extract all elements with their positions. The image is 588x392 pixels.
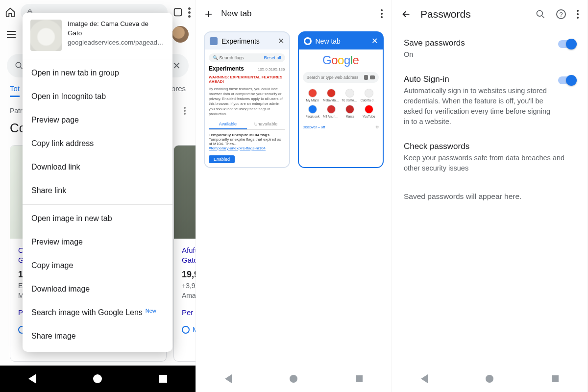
context-menu-header: Imatge de: Cama Cueva de Gato googleadse… — [23, 13, 172, 57]
more-data-button[interactable]: Més dades — [182, 325, 196, 334]
help-icon[interactable]: ? — [556, 9, 566, 19]
row-sub: Keep your passwords safe from data breac… — [404, 153, 576, 173]
ctx-open-incognito[interactable]: Open in Incognito tab — [23, 85, 172, 108]
shortcut: Malavida: D… — [322, 89, 340, 102]
clear-search-icon[interactable]: ✕ — [172, 60, 181, 72]
nav-home-icon[interactable] — [290, 375, 297, 383]
tab-preview: Google Search or type web address My Map… — [299, 49, 383, 167]
ctx-download-image[interactable]: Download image — [23, 277, 172, 301]
new-badge: New — [146, 308, 156, 314]
empty-state-text: Saved passwords will appear here. — [394, 181, 586, 212]
experiments-heading: Experiments — [209, 65, 244, 72]
nav-recents-icon[interactable] — [159, 375, 167, 383]
product-store: Amazon.es — [182, 292, 196, 299]
reset-all-link: Reset all — [264, 55, 281, 60]
nav-recents-icon[interactable] — [356, 375, 363, 382]
filter-all[interactable]: Tot — [10, 84, 20, 97]
hamburger-icon[interactable] — [7, 31, 16, 38]
page-title: Passwords — [420, 8, 471, 20]
ctx-preview-page[interactable]: Preview page — [23, 108, 172, 132]
shortcut: Cuenta de… — [360, 89, 378, 102]
overflow-menu-icon[interactable] — [577, 10, 579, 19]
row-auto-signin[interactable]: Auto Sign-in Automatically sign in to we… — [394, 68, 586, 135]
nav-home-icon[interactable] — [486, 375, 493, 383]
row-label: Save passwords — [404, 38, 551, 48]
omnibox: Search or type web address — [303, 72, 379, 83]
ctx-copy-image[interactable]: Copy image — [23, 254, 172, 277]
product-source-link[interactable]: Per Google — [182, 308, 196, 317]
context-thumbnail — [30, 20, 62, 51]
flags-tabs: Available Unavailable — [209, 120, 285, 130]
shortcut: Te damos l… — [341, 89, 359, 102]
shortcut: YouTube — [360, 105, 378, 118]
row-save-passwords[interactable]: Save passwords On — [394, 31, 586, 68]
most-visited-grid: My Maps Malavida: D… Te damos l… Cuenta … — [303, 88, 379, 119]
toggle-save-passwords[interactable] — [558, 40, 576, 48]
tab-card-newtab[interactable]: New tab ✕ Google Search or type web addr… — [298, 31, 384, 168]
tab-card-experiments[interactable]: Experiments ✕ 🔍 Search flags Reset all E… — [204, 31, 290, 168]
search-icon[interactable] — [536, 9, 545, 19]
nav-back-icon[interactable] — [28, 374, 36, 384]
ctx-copy-link[interactable]: Copy link address — [23, 132, 172, 155]
toggle-auto-signin[interactable] — [558, 76, 576, 84]
nav-back-icon[interactable] — [421, 374, 428, 383]
nav-back-icon[interactable] — [225, 374, 232, 383]
new-tab-label[interactable]: New tab — [221, 9, 251, 19]
ctx-search-lens[interactable]: Search image with Google LensNew — [23, 301, 172, 324]
flags-search: 🔍 Search flags Reset all — [209, 53, 285, 62]
row-sub: On — [404, 49, 551, 60]
row-check-passwords[interactable]: Check passwords Keep your passwords safe… — [394, 135, 586, 181]
ctx-open-new-tab-group[interactable]: Open in new tab in group — [23, 61, 172, 85]
tab-preview: 🔍 Search flags Reset all Experiments 105… — [205, 49, 289, 167]
divider — [23, 204, 172, 205]
settings-list: Save passwords On Auto Sign-in Automatic… — [392, 31, 588, 366]
ctx-share-link[interactable]: Share link — [23, 179, 172, 202]
eye-icon — [182, 326, 190, 334]
experiments-blurb: By enabling these features, you could lo… — [209, 87, 285, 117]
ctx-share-image[interactable]: Share image — [23, 324, 172, 348]
chrome-version: 105.0.5195.136 — [258, 67, 285, 72]
row-sub: Automatically sign in to websites using … — [404, 86, 551, 127]
flags-tab-unavailable: Unavailable — [247, 120, 285, 129]
flask-icon — [210, 37, 218, 45]
tabs-icon[interactable] — [172, 7, 183, 18]
screenshot-passwords-settings: Passwords ? Save passwords On Auto Sign-… — [392, 0, 588, 392]
flag-enabled-button: Enabled — [209, 155, 235, 163]
svg-rect-1 — [174, 9, 182, 16]
tab-grid: Experiments ✕ 🔍 Search flags Reset all E… — [204, 31, 384, 168]
svg-point-3 — [537, 11, 543, 17]
close-tab-icon[interactable]: ✕ — [371, 36, 378, 46]
chrome-icon — [304, 37, 312, 45]
row-label: Auto Sign-in — [404, 74, 551, 84]
row-label: Check passwords — [404, 142, 576, 151]
overflow-menu-icon[interactable] — [188, 7, 191, 18]
nav-recents-icon[interactable] — [552, 375, 559, 382]
sponsored-menu-icon[interactable] — [184, 107, 186, 115]
android-nav-bar — [392, 366, 588, 392]
tab-title: Experiments — [221, 37, 274, 45]
tab-header: New tab ✕ — [299, 32, 383, 49]
account-avatar[interactable] — [172, 26, 189, 43]
shortcut: Mil Anuncios — [322, 105, 340, 118]
svg-point-2 — [16, 62, 21, 68]
nav-home-icon[interactable] — [93, 374, 102, 383]
back-icon[interactable] — [401, 9, 412, 20]
home-icon[interactable] — [5, 7, 16, 18]
android-nav-bar — [196, 366, 392, 392]
product-card[interactable]: Afufu CamaGato Cueva 19,99 € +3,99 € env… — [173, 145, 196, 362]
close-tab-icon[interactable]: ✕ — [278, 36, 284, 46]
overflow-menu-icon[interactable] — [381, 9, 383, 18]
search-icon: 🔍 — [213, 55, 218, 60]
ctx-preview-image[interactable]: Preview image — [23, 230, 172, 254]
flag-entry: Temporarily unexpire M104 flags. Tempora… — [209, 133, 285, 150]
new-tab-icon[interactable]: + — [205, 7, 212, 20]
settings-toolbar: Passwords ? — [392, 0, 588, 28]
gear-icon: ⚙ — [375, 125, 379, 129]
ctx-download-link[interactable]: Download link — [23, 155, 172, 179]
context-source-url: googleadservices.com/pagead/a… — [68, 38, 165, 48]
screenshot-context-menu: ✕ Tot Llibres Patrocinat Compra Cama Cue… — [0, 0, 196, 392]
lens-icon — [370, 75, 375, 79]
experiments-warning: WARNING: EXPERIMENTAL FEATURES AHEAD! — [209, 75, 285, 84]
ctx-open-image[interactable]: Open image in new tab — [23, 207, 172, 230]
flags-tab-available: Available — [209, 120, 247, 129]
